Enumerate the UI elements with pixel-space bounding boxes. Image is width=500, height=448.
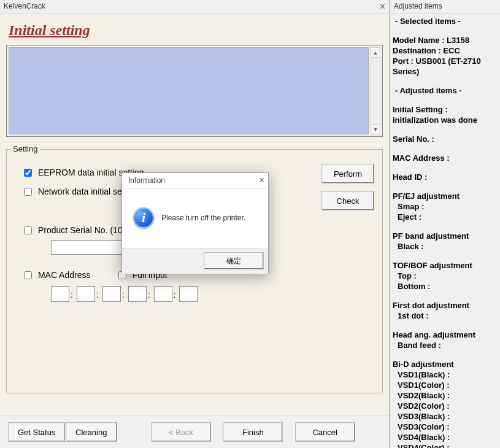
preview-scrollbar[interactable]: ▲ ▼ bbox=[371, 47, 380, 134]
cleaning-button[interactable]: Cleaning bbox=[66, 423, 117, 441]
eeprom-checkbox[interactable] bbox=[24, 169, 32, 177]
network-checkbox-label[interactable]: Network data initial setting bbox=[21, 187, 138, 196]
side-line: initialization was done bbox=[393, 115, 500, 125]
mac-octet-3[interactable] bbox=[128, 286, 147, 302]
setting-legend: Setting bbox=[10, 144, 40, 153]
side-line bbox=[393, 222, 500, 231]
side-line bbox=[393, 321, 500, 330]
side-line: VSD4(Black) : bbox=[393, 432, 500, 442]
side-line bbox=[393, 350, 500, 359]
mac-row: MAC Address Full input : : : : : bbox=[21, 269, 374, 302]
dialog-button-bar: 确定 bbox=[122, 248, 268, 274]
mac-octet-2[interactable] bbox=[102, 286, 121, 302]
mac-octet-4[interactable] bbox=[154, 286, 172, 302]
side-panel-title: Adjusted items bbox=[390, 0, 500, 14]
side-line: Series) bbox=[393, 66, 500, 77]
mac-octet-5[interactable] bbox=[179, 286, 198, 302]
side-line: VSD1(Black) : bbox=[393, 369, 500, 380]
side-line bbox=[393, 252, 500, 260]
dialog-close-icon[interactable]: × bbox=[259, 174, 264, 185]
page-title: Initial setting bbox=[0, 14, 389, 45]
side-line: - Selected items - bbox=[393, 16, 500, 26]
side-line: VSD3(Black) : bbox=[393, 411, 500, 422]
side-line: Destination : ECC bbox=[393, 45, 500, 56]
side-line: Port : USB001 (ET-2710 bbox=[393, 56, 500, 66]
side-line: PF band adjustment bbox=[393, 231, 500, 241]
side-line bbox=[393, 77, 500, 85]
dialog-ok-button[interactable]: 确定 bbox=[204, 253, 263, 269]
cancel-button[interactable]: Cancel bbox=[296, 423, 355, 441]
side-line: Head ID : bbox=[393, 172, 500, 182]
side-line: VSD2(Black) : bbox=[393, 390, 500, 401]
side-line bbox=[393, 96, 500, 104]
network-checkbox[interactable] bbox=[24, 188, 32, 196]
side-line: VSD3(Color) : bbox=[393, 422, 500, 432]
check-button[interactable]: Check bbox=[322, 191, 374, 210]
side-line: 1st dot : bbox=[393, 311, 500, 321]
side-line: PF/EJ adjustment bbox=[393, 191, 500, 201]
info-icon: i bbox=[133, 207, 154, 228]
bottom-button-bar: Get Status Cleaning < Back Finish Cancel bbox=[0, 415, 389, 448]
side-line: Serial No. : bbox=[393, 134, 500, 144]
side-line bbox=[393, 26, 500, 35]
side-line bbox=[393, 292, 500, 300]
side-line bbox=[393, 182, 500, 191]
side-line: VSD1(Color) : bbox=[393, 380, 500, 390]
mac-sep-icon: : bbox=[95, 290, 100, 299]
mac-sep-icon: : bbox=[69, 290, 74, 299]
mac-octets: : : : : : bbox=[51, 286, 374, 302]
mac-label-text: MAC Address bbox=[38, 270, 91, 280]
side-line: Initial Setting : bbox=[393, 104, 500, 115]
side-line: Black : bbox=[393, 241, 500, 252]
mac-checkbox-label[interactable]: MAC Address bbox=[21, 270, 90, 280]
side-line: VSD2(Color) : bbox=[393, 401, 500, 411]
side-line: - Adjusted items - bbox=[393, 85, 500, 96]
information-dialog: Information × i Please turn off the prin… bbox=[121, 172, 269, 274]
preview-pane: ▲ ▼ bbox=[6, 45, 383, 137]
close-icon[interactable]: × bbox=[380, 0, 385, 14]
preview-viewport bbox=[9, 47, 369, 134]
window-title: KelvenCrack bbox=[4, 2, 45, 10]
window-titlebar: KelvenCrack × bbox=[0, 0, 389, 14]
scroll-down-icon[interactable]: ▼ bbox=[371, 124, 380, 134]
side-line: Top : bbox=[393, 271, 500, 281]
side-line: Model Name : L3158 bbox=[393, 35, 500, 45]
side-line: Eject : bbox=[393, 212, 500, 222]
back-button[interactable]: < Back bbox=[152, 423, 210, 441]
adjusted-items-panel: Adjusted items - Selected items -Model N… bbox=[390, 0, 500, 448]
side-line: Head ang. adjustment bbox=[393, 330, 500, 340]
mac-checkbox[interactable] bbox=[24, 271, 32, 279]
side-line bbox=[393, 163, 500, 172]
side-line: Bottom : bbox=[393, 281, 500, 292]
side-line: MAC Address : bbox=[393, 153, 500, 163]
mac-sep-icon: : bbox=[172, 290, 177, 299]
side-panel-body: - Selected items -Model Name : L3158Dest… bbox=[393, 14, 500, 448]
side-line bbox=[393, 125, 500, 134]
get-status-button[interactable]: Get Status bbox=[9, 423, 64, 441]
side-line: Smap : bbox=[393, 201, 500, 212]
side-line: VSD4(Color) : bbox=[393, 442, 500, 448]
mac-octet-0[interactable] bbox=[51, 286, 69, 302]
dialog-title: Information bbox=[128, 176, 165, 185]
side-line: First dot adjustment bbox=[393, 300, 500, 311]
dialog-body: i Please turn off the printer. bbox=[122, 189, 268, 248]
side-line: Bi-D adjustment bbox=[393, 359, 500, 369]
dialog-titlebar: Information × bbox=[122, 173, 268, 189]
serial-checkbox[interactable] bbox=[24, 226, 32, 234]
side-line: TOF/BOF adjustment bbox=[393, 260, 500, 271]
scroll-up-icon[interactable]: ▲ bbox=[371, 48, 380, 58]
dialog-message: Please turn off the printer. bbox=[161, 214, 262, 222]
mac-octet-1[interactable] bbox=[77, 286, 95, 302]
setting-action-buttons: Perform Check bbox=[322, 164, 374, 218]
mac-sep-icon: : bbox=[147, 290, 152, 299]
finish-button[interactable]: Finish bbox=[223, 423, 282, 441]
side-line: Band feed : bbox=[393, 340, 500, 350]
mac-sep-icon: : bbox=[121, 290, 126, 299]
side-line bbox=[393, 144, 500, 153]
perform-button[interactable]: Perform bbox=[322, 164, 374, 183]
